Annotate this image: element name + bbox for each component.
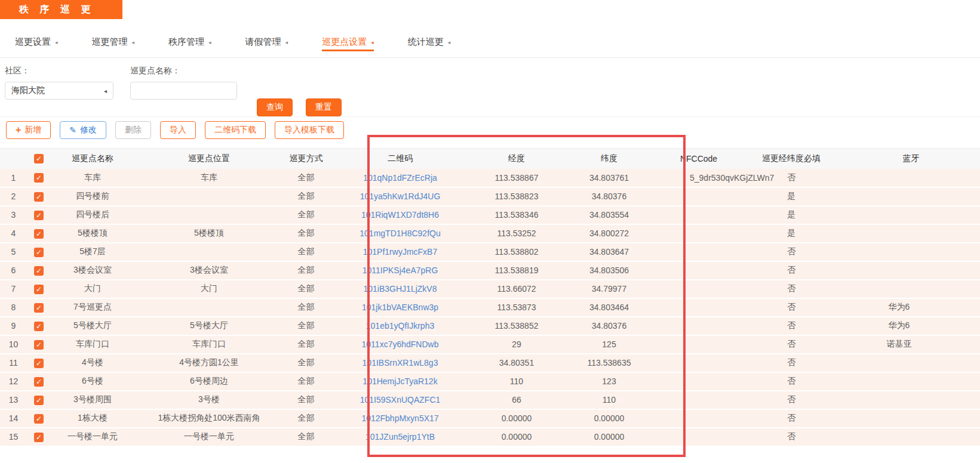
cell-checkbox [27,187,51,206]
cell-longitude: 113.538802 [472,243,561,261]
cell-longitude: 0.00000 [472,409,561,428]
template-download-button[interactable]: 导入模板下载 [275,121,344,139]
qr-code-link[interactable]: 101I59SXnUQAZFC1 [360,395,441,405]
tab-label: 统计巡更 [408,36,444,48]
cell-qr: 101ya5hKw1RdJ4UG [328,187,472,206]
qr-code-link[interactable]: 101jk1bVAEKBnw3p [362,303,438,312]
cell-nfc [657,224,741,243]
cell-required: 否 [741,298,842,317]
table-row: 63楼会议室3楼会议室全部1011IPKSj4eA7pRG113.5388193… [0,261,980,280]
cell-longitude: 0.00000 [472,428,561,446]
qr-code-link[interactable]: 101ya5hKw1RdJ4UG [360,192,441,201]
cell-qr: 101jk1bVAEKBnw3p [328,298,472,317]
cell-bluetooth [842,169,980,187]
cell-name: 4号楼 [51,354,134,372]
delete-button[interactable]: 删除 [115,121,151,139]
row-checkbox[interactable] [34,285,44,294]
cell-name: 一号楼一单元 [51,428,134,446]
cell-row-number: 9 [0,317,27,335]
qr-code-link[interactable]: 101IBSrnXR1wL8g3 [362,358,438,368]
qr-download-button[interactable]: 二维码下载 [205,121,266,139]
cell-bluetooth [842,372,980,391]
cell-nfc: 5_9dr530qvKGjZLWn7 [657,169,741,187]
cell-bluetooth [842,224,980,243]
row-checkbox[interactable] [34,266,44,276]
cell-nfc [657,335,741,354]
cell-name: 7号巡更点 [51,298,134,317]
search-button[interactable]: 查询 [257,98,293,116]
table-row: 87号巡更点全部101jk1bVAEKBnw3p113.5387334.8034… [0,298,980,317]
cell-longitude: 113.538819 [472,261,561,280]
cell-nfc [657,280,741,298]
table-row: 7大门大门全部101iB3GHJ1LjZkV8113.6607234.79977… [0,280,980,298]
qr-code-link[interactable]: 101Pf1rwyJmcFxB7 [363,247,437,257]
qr-code-link[interactable]: 101eb1yQfIJkrph3 [366,321,434,331]
row-checkbox[interactable] [34,396,44,405]
cell-method: 全部 [284,187,328,206]
row-checkbox[interactable] [34,377,44,387]
qr-code-link[interactable]: 1011xc7y6hdFNDwb [362,339,439,349]
reset-button[interactable]: 重置 [306,98,342,116]
row-checkbox[interactable] [34,229,44,239]
qr-code-link[interactable]: 1012FbhpMxyn5X17 [361,413,438,423]
row-checkbox[interactable] [34,192,44,202]
cell-row-number: 7 [0,280,27,298]
point-name-input[interactable] [130,82,237,100]
row-checkbox[interactable] [34,211,44,220]
qr-code-link[interactable]: 1011IPKSj4eA7pRG [362,266,438,275]
cell-latitude: 125 [561,335,657,354]
cell-latitude: 0.00000 [561,428,657,446]
cell-method: 全部 [284,335,328,354]
table-header-row: 巡更点名称 巡更点位置 巡更方式 二维码 经度 纬度 NFCCode 巡更经纬度… [0,149,980,169]
row-checkbox[interactable] [34,359,44,368]
cell-longitude: 113.66072 [472,280,561,298]
cell-location [134,298,284,317]
add-button[interactable]: 新增 [6,121,51,139]
row-checkbox[interactable] [34,433,44,442]
cell-bluetooth [842,261,980,280]
tab-leave-management[interactable]: 请假管理 [245,36,288,48]
filter-section: 社区： 海阳大院 巡更点名称： 查询 重置 [0,58,980,117]
row-checkbox[interactable] [34,173,44,183]
tab-patrol-settings[interactable]: 巡更设置 [15,36,58,48]
tab-patrol-point-settings[interactable]: 巡更点设置 [322,36,374,51]
cell-longitude: 113.53252 [472,224,561,243]
row-checkbox[interactable] [34,340,44,350]
cell-method: 全部 [284,261,328,280]
cell-location: 大门 [134,280,284,298]
template-download-button-label: 导入模板下载 [284,125,334,135]
cell-qr: 101RiqW1XD7dt8H6 [328,206,472,224]
cell-location: 车库门口 [134,335,284,354]
community-select[interactable]: 海阳大院 [5,82,113,100]
header-latlng-required: 巡更经纬度必填 [741,149,842,169]
cell-bluetooth [842,428,980,446]
tab-patrol-management[interactable]: 巡更管理 [92,36,135,48]
cell-checkbox [27,298,51,317]
row-checkbox[interactable] [34,248,44,257]
tab-statistics-patrol[interactable]: 统计巡更 [408,36,451,48]
cell-location: 3号楼 [134,391,284,409]
qr-code-link[interactable]: 101qNp1dFZrEcRja [363,173,437,183]
import-button[interactable]: 导入 [160,121,196,139]
tab-order-management[interactable]: 秩序管理 [168,36,211,48]
cell-row-number: 2 [0,187,27,206]
cell-location [134,243,284,261]
row-checkbox[interactable] [34,303,44,313]
qr-code-link[interactable]: 101HemjJcTyaR12k [362,376,437,386]
row-checkbox[interactable] [34,322,44,331]
cell-checkbox [27,206,51,224]
cell-method: 全部 [284,243,328,261]
qr-code-link[interactable]: 101mgTD1H8C92fQu [360,229,440,238]
qr-code-link[interactable]: 101iB3GHJ1LjZkV8 [364,284,437,294]
qr-code-link[interactable]: 101RiqW1XD7dt8H6 [361,210,439,220]
table-row: 15一号楼一单元一号楼一单元全部101JZun5ejrp1YtB0.000000… [0,428,980,446]
cell-method: 全部 [284,206,328,224]
cell-row-number: 15 [0,428,27,446]
cell-method: 全部 [284,224,328,243]
main-nav: 巡更设置 巡更管理 秩序管理 请假管理 巡更点设置 统计巡更 [0,19,980,58]
row-checkbox[interactable] [34,414,44,424]
table-row: 126号楼6号楼周边全部101HemjJcTyaR12k110123否 [0,372,980,391]
qr-code-link[interactable]: 101JZun5ejrp1YtB [365,432,435,442]
select-all-checkbox[interactable] [34,154,44,163]
edit-button[interactable]: 修改 [60,121,106,139]
